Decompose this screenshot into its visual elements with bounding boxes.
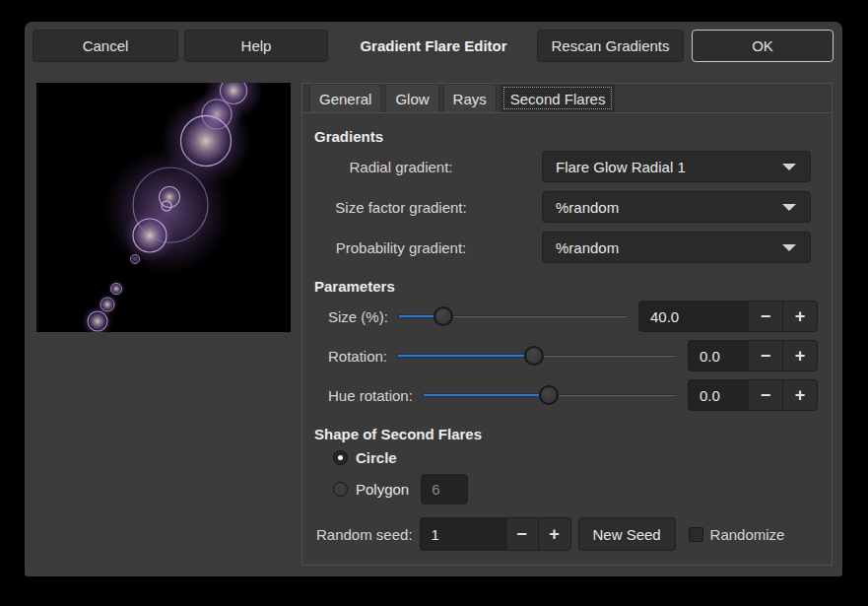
circle-radio[interactable] <box>333 450 348 465</box>
rescan-gradients-button[interactable]: Rescan Gradients <box>537 30 684 62</box>
flare-preview <box>36 83 291 332</box>
slider-handle[interactable] <box>434 306 453 326</box>
random-seed-field[interactable]: 1 <box>421 518 505 550</box>
tab-strip: General Glow Rays Second Flares <box>302 84 832 113</box>
tab-rays[interactable]: Rays <box>443 84 497 112</box>
size-row: Size (%): 40.0 − + <box>328 301 818 332</box>
polygon-sides-field[interactable]: 6 <box>421 474 468 505</box>
polygon-radio-row: Polygon 6 <box>333 473 832 505</box>
randomize-label[interactable]: Randomize <box>710 526 785 543</box>
gradients-section-title: Gradients <box>314 129 832 144</box>
radial-gradient-value: Flare Glow Radial 1 <box>556 159 686 175</box>
rotation-increment-button[interactable]: + <box>782 341 817 370</box>
rotation-spinbox: 0.0 − + <box>688 340 818 371</box>
size-label: Size (%): <box>328 308 388 325</box>
slider-handle[interactable] <box>539 385 559 405</box>
rotation-slider[interactable] <box>397 345 676 367</box>
ok-button[interactable]: OK <box>692 30 834 62</box>
parameters-section-title: Parameters <box>314 279 832 294</box>
new-seed-button[interactable]: New Seed <box>578 517 676 551</box>
settings-notebook: General Glow Rays Second Flares Gradient… <box>301 83 833 566</box>
size-factor-gradient-dropdown[interactable]: %random <box>542 191 811 223</box>
flare-preview-image <box>36 83 291 332</box>
random-seed-label: Random seed: <box>316 526 413 543</box>
seed-decrement-button[interactable]: − <box>505 518 538 550</box>
rotation-label: Rotation: <box>328 348 387 365</box>
random-seed-row: Random seed: 1 − + New Seed Randomize <box>316 517 832 551</box>
slider-handle[interactable] <box>524 346 544 366</box>
hue-rotation-increment-button[interactable]: + <box>782 380 817 410</box>
shape-section-title: Shape of Second Flares <box>314 427 832 441</box>
gradient-flare-editor-dialog: Cancel Help Gradient Flare Editor Rescan… <box>25 22 842 576</box>
slider-fill <box>423 393 550 397</box>
hue-rotation-row: Hue rotation: 0.0 − + <box>328 379 818 411</box>
size-increment-button[interactable]: + <box>782 302 817 331</box>
slider-fill <box>397 354 534 358</box>
rotation-value-field[interactable]: 0.0 <box>689 341 748 370</box>
probability-gradient-label: Probability gradient: <box>302 239 500 256</box>
polygon-radio[interactable] <box>333 482 348 497</box>
size-spinbox: 40.0 − + <box>638 301 818 332</box>
size-slider[interactable] <box>398 305 627 327</box>
tab-general[interactable]: General <box>309 84 381 112</box>
tab-second-flares[interactable]: Second Flares <box>501 84 616 112</box>
dialog-title: Gradient Flare Editor <box>330 30 537 62</box>
hue-rotation-decrement-button[interactable]: − <box>748 380 782 410</box>
radial-gradient-row: Radial gradient: Flare Glow Radial 1 <box>302 151 811 182</box>
size-factor-gradient-row: Size factor gradient: %random <box>302 191 811 223</box>
cancel-button[interactable]: Cancel <box>33 30 178 62</box>
dropdown-arrow-icon <box>782 164 796 170</box>
circle-radio-row: Circle <box>333 448 832 466</box>
radial-gradient-dropdown[interactable]: Flare Glow Radial 1 <box>542 151 811 182</box>
randomize-checkbox[interactable] <box>689 527 703 542</box>
hue-rotation-label: Hue rotation: <box>328 387 413 404</box>
dropdown-arrow-icon <box>782 204 796 211</box>
rotation-decrement-button[interactable]: − <box>748 341 782 370</box>
probability-gradient-dropdown[interactable]: %random <box>542 232 811 263</box>
polygon-radio-label[interactable]: Polygon <box>356 481 409 498</box>
dropdown-arrow-icon <box>782 244 796 251</box>
probability-gradient-value: %random <box>556 239 619 256</box>
probability-gradient-row: Probability gradient: %random <box>302 232 811 263</box>
size-factor-gradient-label: Size factor gradient: <box>302 199 500 216</box>
tab-glow[interactable]: Glow <box>385 84 438 112</box>
size-factor-gradient-value: %random <box>556 199 619 216</box>
size-decrement-button[interactable]: − <box>748 302 782 331</box>
hue-rotation-spinbox: 0.0 − + <box>688 379 818 411</box>
radial-gradient-label: Radial gradient: <box>302 159 500 175</box>
hue-rotation-value-field[interactable]: 0.0 <box>689 380 748 410</box>
rotation-row: Rotation: 0.0 − + <box>328 340 818 371</box>
hue-rotation-slider[interactable] <box>423 384 676 406</box>
size-value-field[interactable]: 40.0 <box>639 302 748 331</box>
help-button[interactable]: Help <box>184 30 328 62</box>
circle-radio-label[interactable]: Circle <box>356 449 397 466</box>
seed-increment-button[interactable]: + <box>538 518 570 550</box>
random-seed-spinbox: 1 − + <box>420 517 571 551</box>
